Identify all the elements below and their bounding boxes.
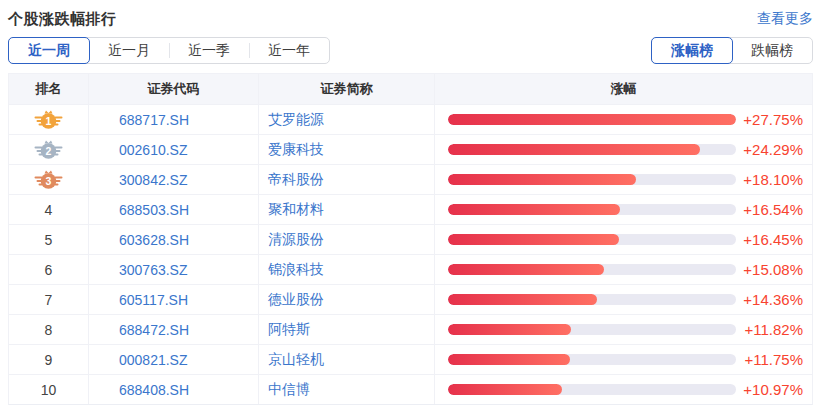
column-header-name: 证券简称 xyxy=(259,74,435,104)
rank-cell: 9 xyxy=(9,345,89,374)
column-header-change: 涨幅 xyxy=(435,74,812,104)
code-cell: 605117.SH xyxy=(89,285,259,314)
rank-cell: 7 xyxy=(9,285,89,314)
code-cell: 688408.SH xyxy=(89,375,259,404)
period-tab-week[interactable]: 近一周 xyxy=(8,37,90,64)
change-cell: +18.10% xyxy=(435,165,812,194)
rank-number: 5 xyxy=(45,232,53,248)
code-cell: 688717.SH xyxy=(89,105,259,134)
rank-number: 7 xyxy=(45,292,53,308)
change-cell: +15.08% xyxy=(435,255,812,284)
name-cell: 锦浪科技 xyxy=(259,255,435,284)
change-percent: +27.75% xyxy=(736,111,803,128)
stock-name-link[interactable]: 清源股份 xyxy=(268,231,324,249)
name-cell: 德业股份 xyxy=(259,285,435,314)
table-row: 10688408.SH中信博+10.97% xyxy=(9,374,812,404)
rank-number: 6 xyxy=(45,262,53,278)
stock-code-link[interactable]: 688503.SH xyxy=(119,202,189,218)
rank-medal-icon: 2 xyxy=(33,139,64,160)
table-row: 2002610.SZ爱康科技+24.29% xyxy=(9,134,812,164)
stock-name-link[interactable]: 聚和材料 xyxy=(268,201,324,219)
view-more-link[interactable]: 查看更多 xyxy=(757,10,813,28)
change-bar-fill xyxy=(448,144,700,155)
stock-code-link[interactable]: 603628.SH xyxy=(119,232,189,248)
period-tab-quarter[interactable]: 近一季 xyxy=(169,38,249,63)
stock-code-link[interactable]: 688472.SH xyxy=(119,322,189,338)
rank-cell: 1 xyxy=(9,105,89,134)
change-bar-track xyxy=(448,294,736,305)
change-cell: +11.82% xyxy=(435,315,812,344)
board-tab-gainers[interactable]: 涨幅榜 xyxy=(651,37,733,64)
change-bar-track xyxy=(448,114,736,125)
rank-cell: 2 xyxy=(9,135,89,164)
ranking-table: 排名 证券代码 证券简称 涨幅 1688717.SH艾罗能源+27.75%200… xyxy=(8,73,813,405)
code-cell: 300842.SZ xyxy=(89,165,259,194)
change-percent: +16.45% xyxy=(736,231,803,248)
name-cell: 中信博 xyxy=(259,375,435,404)
stock-name-link[interactable]: 中信博 xyxy=(268,381,310,399)
change-bar-fill xyxy=(448,264,604,275)
change-bar-fill xyxy=(448,294,597,305)
name-cell: 爱康科技 xyxy=(259,135,435,164)
name-cell: 清源股份 xyxy=(259,225,435,254)
change-cell: +16.45% xyxy=(435,225,812,254)
code-cell: 300763.SZ xyxy=(89,255,259,284)
rank-medal-icon: 3 xyxy=(33,169,64,190)
rank-medal-icon: 1 xyxy=(33,109,64,130)
table-header-row: 排名 证券代码 证券简称 涨幅 xyxy=(9,74,812,104)
stock-name-link[interactable]: 阿特斯 xyxy=(268,321,310,339)
name-cell: 阿特斯 xyxy=(259,315,435,344)
change-cell: +24.29% xyxy=(435,135,812,164)
table-row: 1688717.SH艾罗能源+27.75% xyxy=(9,104,812,134)
change-bar-track xyxy=(448,354,736,365)
change-percent: +24.29% xyxy=(736,141,803,158)
change-bar-fill xyxy=(448,114,736,125)
period-tab-year[interactable]: 近一年 xyxy=(249,38,329,63)
rank-cell: 4 xyxy=(9,195,89,224)
stock-code-link[interactable]: 000821.SZ xyxy=(119,352,188,368)
change-bar-track xyxy=(448,384,736,395)
period-tab-group: 近一周近一月近一季近一年 xyxy=(8,37,330,64)
code-cell: 000821.SZ xyxy=(89,345,259,374)
change-bar-track xyxy=(448,324,736,335)
table-row: 6300763.SZ锦浪科技+15.08% xyxy=(9,254,812,284)
rank-cell: 6 xyxy=(9,255,89,284)
rank-cell: 3 xyxy=(9,165,89,194)
change-bar-fill xyxy=(448,234,619,245)
name-cell: 帝科股份 xyxy=(259,165,435,194)
change-bar-fill xyxy=(448,384,562,395)
stock-code-link[interactable]: 300763.SZ xyxy=(119,262,188,278)
change-bar-fill xyxy=(448,204,620,215)
code-cell: 688472.SH xyxy=(89,315,259,344)
change-bar-track xyxy=(448,144,736,155)
period-tab-month[interactable]: 近一月 xyxy=(89,38,169,63)
board-tab-group: 涨幅榜跌幅榜 xyxy=(651,37,813,64)
table-row: 3300842.SZ帝科股份+18.10% xyxy=(9,164,812,194)
stock-name-link[interactable]: 帝科股份 xyxy=(268,171,324,189)
change-bar-track xyxy=(448,234,736,245)
change-cell: +16.54% xyxy=(435,195,812,224)
rank-cell: 10 xyxy=(9,375,89,404)
stock-name-link[interactable]: 锦浪科技 xyxy=(268,261,324,279)
panel-header: 个股涨跌幅排行 查看更多 xyxy=(8,8,813,30)
stock-code-link[interactable]: 688717.SH xyxy=(119,112,189,128)
stock-code-link[interactable]: 688408.SH xyxy=(119,382,189,398)
stock-name-link[interactable]: 艾罗能源 xyxy=(268,111,324,129)
change-bar-fill xyxy=(448,324,571,335)
change-cell: +27.75% xyxy=(435,105,812,134)
stock-code-link[interactable]: 300842.SZ xyxy=(119,172,188,188)
column-header-code: 证券代码 xyxy=(89,74,259,104)
name-cell: 聚和材料 xyxy=(259,195,435,224)
stock-name-link[interactable]: 德业股份 xyxy=(268,291,324,309)
board-tab-losers[interactable]: 跌幅榜 xyxy=(732,38,812,63)
rank-number: 8 xyxy=(45,322,53,338)
stock-ranking-panel: 个股涨跌幅排行 查看更多 近一周近一月近一季近一年 涨幅榜跌幅榜 排名 证券代码… xyxy=(0,0,821,405)
change-percent: +11.82% xyxy=(736,321,803,338)
stock-name-link[interactable]: 京山轻机 xyxy=(268,351,324,369)
change-percent: +16.54% xyxy=(736,201,803,218)
page-title: 个股涨跌幅排行 xyxy=(8,10,117,29)
stock-code-link[interactable]: 605117.SH xyxy=(119,292,188,308)
stock-code-link[interactable]: 002610.SZ xyxy=(119,142,188,158)
change-bar-track xyxy=(448,204,736,215)
stock-name-link[interactable]: 爱康科技 xyxy=(268,141,324,159)
